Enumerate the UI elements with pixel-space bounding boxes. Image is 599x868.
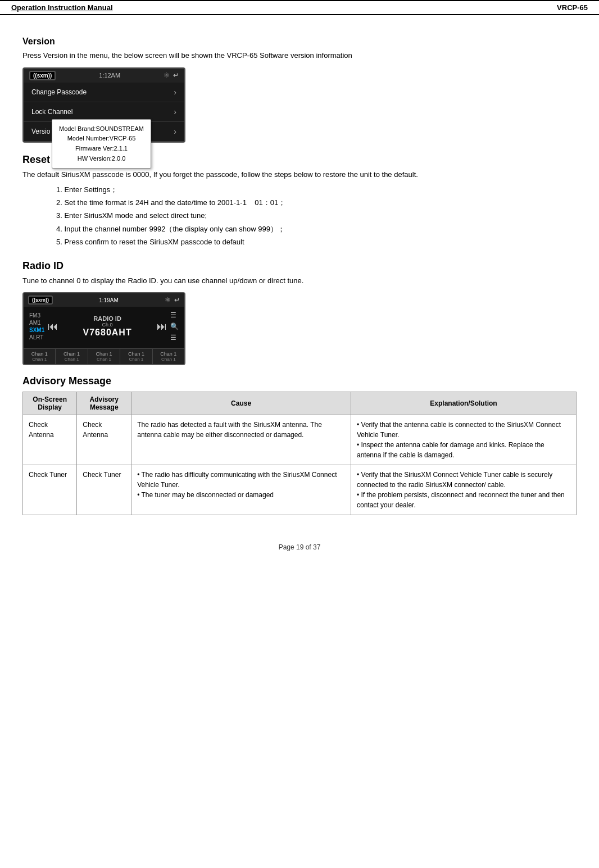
next-track-icon[interactable]: ⏭ (157, 321, 167, 333)
advisory-heading: Advisory Message (22, 375, 577, 387)
ch-sub: Chan 1 (121, 357, 151, 362)
radio-search-icon[interactable]: 🔍 (170, 322, 179, 330)
tooltip-line4: HW Version:2.0.0 (59, 154, 144, 164)
sxm-menu-change-passcode[interactable]: Change Passcode › (24, 83, 184, 102)
radio-header-icons: ⚛ ↵ (165, 296, 180, 304)
row2-display: Check Tuner (23, 465, 77, 515)
row2-solution: • Verify that the SiriusXM Connect Vehic… (351, 465, 577, 515)
radio-ch-4: Chan 1 Chan 1 (120, 349, 152, 364)
menu-item-label: Versio (31, 128, 50, 135)
radio-ch-5: Chan 1 Chan 1 (153, 349, 184, 364)
radio-channels: Chan 1 Chan 1 Chan 1 Chan 1 Chan 1 Chan … (24, 348, 184, 364)
radio-id-heading: Radio ID (22, 260, 577, 272)
ch-sub: Chan 1 (154, 357, 183, 362)
row1-message: Check Antenna (77, 415, 131, 465)
radio-bluetooth-icon: ⚛ (165, 296, 171, 304)
col-header-message: Advisory Message (77, 392, 131, 415)
reset-sxm-body: The default SiriusXM passcode is 0000, I… (22, 169, 577, 181)
menu-item-arrow: › (174, 107, 176, 116)
sxm-header-icons: ⚛ ↵ (164, 71, 179, 79)
radio-ch-2: Chan 1 Chan 1 (56, 349, 88, 364)
radio-id-value: V7680AHT (83, 328, 132, 338)
model-title: VRCP-65 (557, 3, 588, 12)
version-heading: Version (22, 37, 577, 47)
radio-sxm-logo: ((sxm)) (28, 296, 53, 305)
step-1: 1. Enter Settings； (56, 183, 577, 196)
radio-sxm-logo-text: ((sxm)) (32, 297, 49, 303)
band-am1: AM1 (29, 320, 44, 326)
table-row: Check Tuner Check Tuner • The radio has … (23, 465, 577, 515)
prev-track-icon[interactable]: ⏮ (48, 321, 58, 333)
step-3: 3. Enter SiriusXM mode and select direct… (56, 209, 577, 222)
sxm-screen: ((sxm)) 1:12AM ⚛ ↵ Change Passcode › Loc… (22, 67, 185, 143)
band-sxm1: SXM1 (29, 327, 44, 333)
ch-label: Chan 1 (89, 351, 119, 357)
radio-screen-header: ((sxm)) 1:19AM ⚛ ↵ (24, 293, 184, 307)
menu-item-label: Change Passcode (31, 88, 87, 96)
sxm-logo-text: ((sxm)) (33, 72, 52, 79)
version-body: Press Version in the menu, the below scr… (22, 50, 577, 62)
radio-ch-label: Ch.0 (102, 322, 113, 328)
radio-top-row: FM3 AM1 SXM1 ALRT ⏮ RADIO ID Ch.0 V7680A… (29, 311, 179, 342)
ch-sub: Chan 1 (89, 357, 119, 362)
version-screen-container: ((sxm)) 1:12AM ⚛ ↵ Change Passcode › Loc… (22, 67, 577, 143)
col-header-display: On-Screen Display (23, 392, 77, 415)
ch-label: Chan 1 (57, 351, 86, 357)
step-5: 5. Press confirm to reset the SiriusXM p… (56, 235, 577, 248)
advisory-table: On-Screen Display Advisory Message Cause… (22, 392, 577, 515)
version-tooltip: Model Brand:SOUNDSTREAM Model Number:VRC… (52, 119, 151, 169)
radio-eq-icon: ☰ (170, 334, 179, 342)
row1-display: Check Antenna (23, 415, 77, 465)
page-number: Page 19 of 37 (279, 543, 321, 551)
radio-bands: FM3 AM1 SXM1 ALRT (29, 312, 44, 340)
ch-sub: Chan 1 (57, 357, 86, 362)
page-header: Operation Instruction Manual VRCP-65 (0, 0, 599, 15)
page-footer: Page 19 of 37 (0, 538, 599, 557)
ch-sub: Chan 1 (25, 357, 54, 362)
sxm-logo: ((sxm)) (29, 71, 56, 80)
radio-id-body: Tune to channel 0 to display the Radio I… (22, 275, 577, 287)
col-header-cause: Cause (131, 392, 351, 415)
band-alrt: ALRT (29, 334, 44, 340)
radio-screen: ((sxm)) 1:19AM ⚛ ↵ FM3 AM1 SXM1 ALR (22, 292, 185, 365)
step-2: 2. Set the time format is 24H and the da… (56, 196, 577, 209)
back-icon: ↵ (173, 71, 179, 79)
radio-ch-1: Chan 1 Chan 1 (24, 349, 56, 364)
table-row: Check Antenna Check Antenna The radio ha… (23, 415, 577, 465)
radio-side-icons: ☰ 🔍 ☰ (170, 311, 179, 342)
sxm-screen-header: ((sxm)) 1:12AM ⚛ ↵ (24, 69, 184, 83)
band-fm3: FM3 (29, 312, 44, 319)
radio-menu-icon[interactable]: ☰ (170, 311, 179, 319)
ch-label: Chan 1 (25, 351, 54, 357)
manual-title: Operation Instruction Manual (11, 3, 113, 12)
radio-main-display: FM3 AM1 SXM1 ALRT ⏮ RADIO ID Ch.0 V7680A… (24, 307, 184, 348)
bluetooth-icon: ⚛ (164, 71, 170, 79)
menu-item-arrow: › (174, 88, 176, 97)
tooltip-line3: Firmware Ver:2.1.1 (59, 144, 144, 154)
col-header-solution: Explanation/Solution (351, 392, 577, 415)
menu-item-arrow: › (174, 127, 176, 136)
menu-item-label: Lock Channel (31, 108, 72, 116)
radio-ch-3: Chan 1 Chan 1 (88, 349, 120, 364)
radio-time: 1:19AM (99, 297, 118, 303)
radio-back-icon: ↵ (174, 296, 180, 304)
tooltip-line1: Model Brand:SOUNDSTREAM (59, 124, 144, 134)
radio-center: RADIO ID Ch.0 V7680AHT (61, 315, 153, 338)
row1-cause: The radio has detected a fault with the … (131, 415, 351, 465)
row2-message: Check Tuner (77, 465, 131, 515)
radio-id-label: RADIO ID (93, 315, 121, 322)
steps-list: 1. Enter Settings； 2. Set the time forma… (56, 183, 577, 249)
ch-label: Chan 1 (154, 351, 183, 357)
step-4: 4. Input the channel number 9992（the dis… (56, 222, 577, 235)
tooltip-line2: Model Number:VRCP-65 (59, 134, 144, 144)
ch-label: Chan 1 (121, 351, 151, 357)
content-area: Version Press Version in the menu, the b… (0, 21, 599, 526)
row2-cause: • The radio has difficulty communicating… (131, 465, 351, 515)
sxm-time: 1:12AM (99, 72, 120, 79)
row1-solution: • Verify that the antenna cable is conne… (351, 415, 577, 465)
radio-id-screen-container: ((sxm)) 1:19AM ⚛ ↵ FM3 AM1 SXM1 ALR (22, 292, 577, 365)
